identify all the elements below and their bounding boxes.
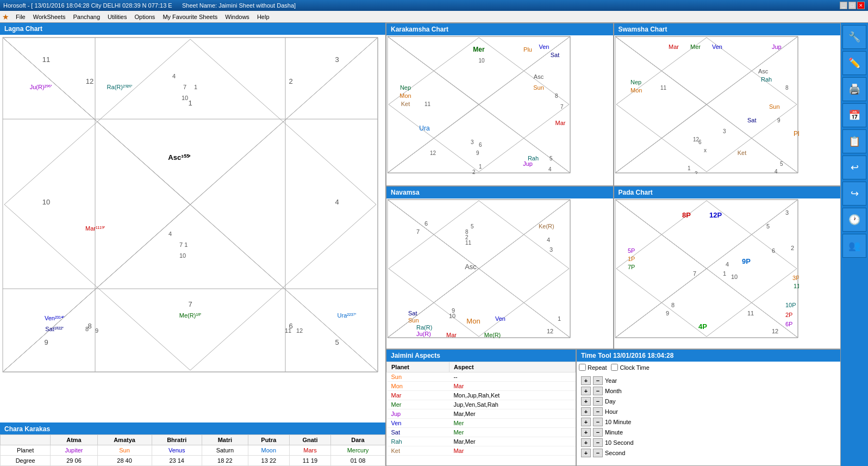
app-icon: ★ — [2, 13, 9, 21]
hour-label: Hour — [605, 408, 648, 415]
minute-label: Minute — [605, 429, 648, 436]
maximize-button[interactable]: □ — [848, 2, 856, 9]
svg-text:4: 4 — [168, 231, 172, 237]
svg-text:10: 10 — [731, 274, 738, 280]
year-plus-button[interactable]: + — [581, 376, 591, 385]
cell-gnati-planet: Mars — [289, 445, 330, 456]
svg-text:Plu: Plu — [794, 130, 799, 138]
svg-text:6: 6 — [772, 247, 775, 254]
svg-text:8P: 8P — [682, 211, 691, 219]
hour-minus-button[interactable]: − — [593, 407, 603, 416]
people-button[interactable]: 👥 — [842, 234, 866, 258]
clock-time-checkbox-item[interactable]: Clock Time — [611, 364, 649, 371]
tensec-plus-button[interactable]: + — [581, 438, 591, 447]
tensec-minus-button[interactable]: − — [593, 438, 603, 447]
year-row: + − Year — [581, 376, 836, 385]
second-label: Second — [605, 450, 648, 456]
svg-text:Me(R)¹⁸': Me(R)¹⁸' — [179, 312, 201, 319]
back-button[interactable]: ↩ — [842, 156, 866, 179]
col-header-atma: Atma — [51, 435, 97, 445]
col-header-putra: Putra — [248, 435, 289, 445]
minute-minus-button[interactable]: − — [593, 428, 603, 437]
tensec-label: 10 Second — [605, 439, 648, 446]
main-content: Lagna Chart — [0, 23, 868, 466]
table-row: Rah Mar,Mer — [387, 437, 576, 446]
svg-text:10: 10 — [449, 313, 455, 319]
lagna-chart-area: 1 2 3 4 5 6 7 8 9 10 11 — [0, 35, 385, 422]
svg-text:6: 6 — [698, 139, 702, 145]
svg-text:4: 4 — [172, 73, 176, 79]
print-button[interactable]: 🖨️ — [842, 77, 866, 101]
repeat-label: Repeat — [588, 364, 607, 371]
table-row: Planet Jupiter Sun Venus Saturn Moon Mar… — [1, 445, 385, 456]
clock-button[interactable]: 🕐 — [842, 208, 866, 232]
tools-button[interactable]: 🔧 — [842, 25, 866, 49]
svg-text:8: 8 — [555, 93, 558, 99]
aspect-sun: -- — [449, 372, 575, 382]
menu-favourite[interactable]: My Favourite Sheets — [159, 13, 221, 21]
planet-sun: Sun — [387, 372, 449, 382]
calendar-button[interactable]: 📅 — [842, 103, 866, 127]
repeat-checkbox-item[interactable]: Repeat — [579, 364, 607, 371]
edit-button[interactable]: ✏️ — [842, 51, 866, 75]
cell-dara-degree: 01 08 — [331, 456, 385, 466]
svg-text:8: 8 — [671, 302, 675, 308]
pada-chart: Pada Chart 8P 12P — [614, 186, 841, 349]
menu-panchang[interactable]: Panchang — [70, 13, 103, 21]
year-minus-button[interactable]: − — [593, 376, 603, 385]
menu-options[interactable]: Options — [131, 13, 158, 21]
svg-text:8: 8 — [85, 326, 89, 332]
repeat-checkbox[interactable] — [579, 364, 586, 371]
svg-text:Sun: Sun — [533, 84, 544, 91]
minimize-button[interactable]: _ — [840, 2, 847, 9]
day-minus-button[interactable]: − — [593, 397, 603, 406]
second-plus-button[interactable]: + — [581, 449, 591, 457]
aspect-ket: Mar — [449, 446, 575, 456]
bottom-panels-row: Jaimini Aspects Planet Aspect Sun -- — [386, 349, 841, 466]
col-header-bhratri: Bhratri — [152, 435, 202, 445]
menu-windows[interactable]: Windows — [222, 13, 253, 21]
day-plus-button[interactable]: + — [581, 397, 591, 406]
second-minus-button[interactable]: − — [593, 449, 603, 457]
svg-text:Me(R): Me(R) — [484, 332, 501, 338]
swamsha-svg: Mar Mer Ven Jup 8 Asc Rah Sun Sat 9 — [614, 35, 799, 174]
month-plus-button[interactable]: + — [581, 387, 591, 395]
svg-text:4: 4 — [548, 166, 552, 172]
right-panel: Karakamsha Chart Mer 10 — [386, 23, 841, 466]
cell-putra-degree: 13 22 — [248, 456, 289, 466]
cell-dara-planet: Mercury — [331, 445, 385, 456]
notes-button[interactable]: 📋 — [842, 129, 866, 153]
clock-time-checkbox[interactable] — [611, 364, 618, 371]
svg-text:12: 12 — [772, 328, 778, 334]
tenmin-plus-button[interactable]: + — [581, 418, 591, 426]
menu-worksheets[interactable]: WorkSheets — [30, 13, 69, 21]
forward-button[interactable]: ↪ — [842, 182, 866, 206]
svg-text:11: 11 — [424, 101, 431, 107]
tenmin-label: 10 Minute — [605, 419, 648, 425]
hour-plus-button[interactable]: + — [581, 407, 591, 416]
svg-text:Ven²³¹⁴': Ven²³¹⁴' — [45, 315, 64, 321]
cell-gnati-degree: 11 19 — [289, 456, 330, 466]
svg-text:4: 4 — [775, 169, 778, 174]
svg-text:6: 6 — [479, 142, 482, 148]
svg-text:Ju(R)²⁹⁶': Ju(R)²⁹⁶' — [30, 84, 52, 90]
svg-text:Ket: Ket — [401, 101, 410, 107]
menu-help[interactable]: Help — [254, 13, 273, 21]
minute-plus-button[interactable]: + — [581, 428, 591, 437]
cell-matri-planet: Saturn — [202, 445, 248, 456]
tenmin-minus-button[interactable]: − — [593, 418, 603, 426]
month-minus-button[interactable]: − — [593, 387, 603, 395]
table-row: Mon Mar — [387, 382, 576, 391]
table-row: Mer Jup,Ven,Sat,Rah — [387, 400, 576, 409]
close-button[interactable]: ✕ — [857, 2, 865, 9]
svg-text:9: 9 — [95, 327, 98, 334]
menu-file[interactable]: File — [13, 13, 29, 21]
month-row: + − Month — [581, 387, 836, 395]
svg-text:11: 11 — [660, 85, 667, 91]
swamsha-title: Swamsha Chart — [614, 23, 841, 35]
svg-text:12P: 12P — [709, 211, 722, 219]
menu-utilities[interactable]: Utilities — [104, 13, 130, 21]
navamsa-svg: 6 7 Asc Ke(R) 4 3 Mon Sat Sun Ra(R) Ju(R… — [386, 198, 571, 339]
svg-text:5: 5 — [549, 156, 553, 161]
svg-text:4P: 4P — [698, 322, 707, 331]
